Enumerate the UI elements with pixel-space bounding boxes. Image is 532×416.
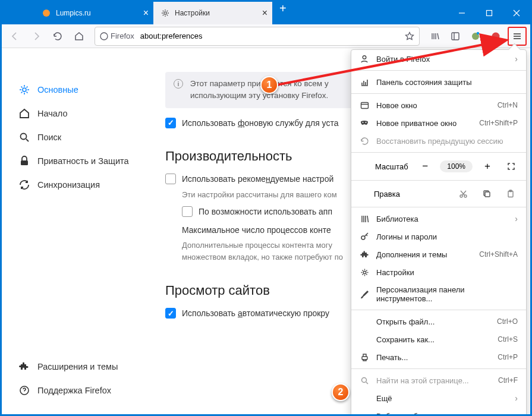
sync-icon — [18, 179, 30, 191]
navigation-toolbar: Firefox about:preferences — [2, 24, 530, 48]
svg-rect-2 — [487, 11, 492, 16]
sidebar-item-general[interactable]: Основные — [2, 78, 141, 102]
print-icon — [360, 352, 369, 362]
sidebar-item-label: Приватность и Защита — [37, 156, 129, 166]
svg-point-8 — [23, 88, 26, 92]
chevron-right-icon: › — [515, 393, 518, 403]
tab-settings[interactable]: Настройки × — [153, 2, 272, 24]
menu-new-window[interactable]: Новое окно Ctrl+N — [351, 96, 526, 114]
copy-button[interactable] — [479, 187, 495, 201]
menu-more[interactable]: Ещё › — [351, 389, 526, 407]
menu-customize[interactable]: Персонализация панели инструментов... — [351, 281, 526, 307]
checkbox-icon[interactable] — [165, 308, 176, 319]
close-icon[interactable]: × — [143, 8, 149, 18]
gear-icon — [160, 8, 170, 18]
menu-signin[interactable]: Войти в Firefox › — [351, 50, 526, 68]
close-window-button[interactable] — [503, 2, 530, 24]
menu-save-as[interactable]: Сохранить как... Ctrl+S — [351, 330, 526, 348]
lock-icon — [18, 155, 30, 167]
home-button[interactable] — [70, 27, 89, 46]
account-icon[interactable] — [466, 27, 485, 46]
gear-icon — [360, 267, 369, 277]
svg-point-0 — [43, 10, 50, 17]
checkbox-icon[interactable] — [165, 118, 176, 128]
sidebar-item-extensions[interactable]: Расширения и темы — [2, 355, 141, 379]
back-button[interactable] — [5, 27, 24, 46]
menu-edit-row: Правка — [351, 183, 526, 204]
svg-point-7 — [492, 32, 500, 40]
url-bar[interactable]: Firefox about:preferences — [95, 27, 420, 46]
sidebar-item-home[interactable]: Начало — [2, 102, 141, 125]
close-icon[interactable]: × — [262, 8, 267, 18]
extension-icon[interactable] — [486, 27, 505, 46]
sidebar-item-label: Поддержка Firefox — [37, 386, 111, 395]
minimize-button[interactable] — [448, 2, 476, 24]
annotation-marker-1: 1 — [260, 76, 278, 94]
titlebar: Lumpics.ru × Настройки × + — [2, 2, 530, 24]
checkbox-icon[interactable] — [182, 206, 193, 217]
sidebar-item-support[interactable]: Поддержка Firefox — [2, 379, 141, 402]
sidebar-item-search[interactable]: Поиск — [2, 125, 141, 149]
home-icon — [18, 108, 30, 119]
menu-find: Найти на этой странице... Ctrl+F — [351, 371, 526, 389]
sidebar-icon[interactable] — [446, 27, 465, 46]
chevron-right-icon: › — [515, 54, 518, 64]
window-icon — [360, 100, 369, 110]
menu-protection[interactable]: Панель состояния защиты — [351, 73, 526, 91]
svg-point-22 — [363, 271, 366, 273]
forward-button[interactable] — [27, 27, 46, 46]
tab-title: Lumpics.ru — [56, 9, 91, 17]
checkbox-icon[interactable] — [165, 174, 176, 184]
search-icon — [360, 376, 369, 385]
tab-lumpics[interactable]: Lumpics.ru × — [34, 2, 153, 24]
sidebar-item-label: Основные — [37, 85, 78, 94]
svg-point-24 — [361, 377, 366, 382]
chevron-right-icon: › — [515, 411, 518, 416]
menu-library[interactable]: Библиотека › — [351, 210, 526, 228]
library-icon[interactable] — [426, 27, 445, 46]
svg-point-14 — [363, 122, 364, 123]
svg-point-3 — [100, 33, 108, 40]
category-sidebar: Основные Начало Поиск Приватность и Защи… — [2, 48, 141, 414]
tab-favicon-lumpics — [42, 8, 51, 18]
app-menu-panel: Войти в Firefox › Панель состояния защит… — [351, 49, 527, 416]
sidebar-item-sync[interactable]: Синхронизация — [2, 173, 141, 197]
svg-rect-13 — [361, 102, 368, 108]
fullscreen-button[interactable] — [502, 159, 520, 174]
sidebar-item-privacy[interactable]: Приватность и Защита — [2, 149, 141, 173]
restore-icon — [360, 136, 369, 146]
menu-webdev[interactable]: Веб-разработка › — [351, 407, 526, 416]
cut-button[interactable] — [455, 187, 471, 201]
zoom-out-button[interactable]: − — [416, 159, 434, 174]
menu-logins[interactable]: Логины и пароли — [351, 228, 526, 245]
svg-point-16 — [460, 195, 462, 197]
bookmark-star-icon[interactable] — [405, 31, 414, 41]
new-tab-button[interactable]: + — [272, 2, 294, 24]
menu-addons[interactable]: Дополнения и темы Ctrl+Shift+A — [351, 245, 526, 263]
svg-rect-20 — [509, 190, 512, 192]
paste-button[interactable] — [502, 187, 519, 201]
menu-print[interactable]: Печать... Ctrl+P — [351, 348, 526, 366]
sidebar-item-label: Синхронизация — [37, 180, 100, 190]
svg-point-6 — [477, 31, 479, 34]
svg-point-1 — [164, 12, 166, 14]
menu-zoom-row: Масштаб − 100% + — [351, 155, 526, 178]
zoom-in-button[interactable]: + — [479, 159, 496, 174]
library-icon — [360, 214, 369, 223]
chevron-right-icon: › — [515, 214, 518, 223]
app-menu-button[interactable] — [508, 27, 527, 46]
account-icon — [360, 54, 369, 64]
menu-open-file[interactable]: Открыть файл... Ctrl+O — [351, 313, 526, 330]
sidebar-item-label: Начало — [37, 109, 68, 118]
reload-button[interactable] — [48, 27, 67, 46]
svg-point-17 — [464, 195, 467, 197]
maximize-button[interactable] — [476, 2, 503, 24]
gear-icon — [18, 84, 30, 96]
puzzle-icon — [360, 250, 369, 259]
svg-point-9 — [21, 134, 27, 140]
search-icon — [18, 131, 30, 143]
svg-rect-10 — [21, 160, 28, 165]
menu-private-window[interactable]: Новое приватное окно Ctrl+Shift+P — [351, 114, 526, 132]
svg-point-12 — [363, 56, 366, 59]
menu-settings[interactable]: Настройки — [351, 263, 526, 281]
